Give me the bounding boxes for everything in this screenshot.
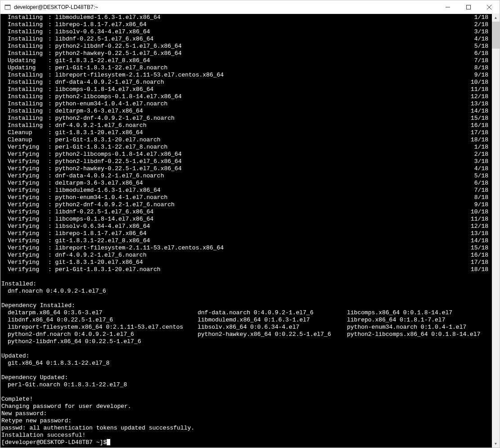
action-label: Verifying xyxy=(8,144,48,151)
action-label: Cleanup xyxy=(8,136,48,144)
package-name: : git-1.8.3.1-22.el7_8.x86_64 xyxy=(48,237,469,244)
dependency-row: libdnf.x86_64 0:0.22.5-1.el7_6libmodulem… xyxy=(0,317,492,324)
action-label: Installing xyxy=(8,14,48,21)
dep-package: python2-dnf.noarch 0:4.0.9.2-1.el7_6 xyxy=(8,331,198,338)
section-header: Dependency Updated: xyxy=(0,374,492,381)
scrollbar[interactable]: ▲ ▼ xyxy=(492,14,500,448)
action-label: Installing xyxy=(8,79,48,86)
progress-count: 18/18 xyxy=(469,136,492,144)
output-line: Installing: dnf-4.0.9.2-1.el7_6.noarch16… xyxy=(0,122,492,129)
output-line: Installing: libsolv-0.6.34-4.el7.x86_643… xyxy=(0,28,492,36)
terminal-output[interactable]: Installing: libmodulemd-1.6.3-1.el7.x86_… xyxy=(0,14,492,448)
prompt-line[interactable]: [developer@DESKTOP-LD48TB7 ~]$ xyxy=(0,439,492,446)
package-name: : python2-dnf-4.0.9.2-1.el7_6.noarch xyxy=(48,201,469,208)
dep-package: libreport-filesystem.x86_64 0:2.1.11-53.… xyxy=(8,324,198,331)
minimize-button[interactable] xyxy=(437,0,458,14)
dep-package: python2-libcomps.x86_64 0:0.1.8-14.el7 xyxy=(347,331,492,338)
output-line: Installing: libmodulemd-1.6.3-1.el7.x86_… xyxy=(0,14,492,21)
maximize-button[interactable] xyxy=(458,0,479,14)
progress-count: 11/18 xyxy=(469,216,492,223)
dependency-row: python2-dnf.noarch 0:4.0.9.2-1.el7_6pyth… xyxy=(0,331,492,338)
progress-count: 7/18 xyxy=(469,57,492,64)
output-line: Verifying: python-enum34-1.0.4-1.el7.noa… xyxy=(0,194,492,201)
package-name: : python2-hawkey-0.22.5-1.el7_6.x86_64 xyxy=(48,50,469,57)
package-name: : python2-libcomps-0.1.8-14.el7.x86_64 xyxy=(48,151,469,158)
package-name: : python2-hawkey-0.22.5-1.el7_6.x86_64 xyxy=(48,165,469,172)
output-line: Cleanup: perl-Git-1.8.3.1-20.el7.noarch1… xyxy=(0,136,492,144)
package-name: : python-enum34-1.0.4-1.el7.noarch xyxy=(48,100,469,108)
dep-package xyxy=(198,338,347,345)
package-name: : dnf-4.0.9.2-1.el7_6.noarch xyxy=(48,252,469,259)
package-name: : libcomps-0.1.8-14.el7.x86_64 xyxy=(48,216,469,223)
output-line: Verifying: dnf-data-4.0.9.2-1.el7_6.noar… xyxy=(0,172,492,180)
progress-count: 6/18 xyxy=(469,50,492,57)
package-name: : git-1.8.3.1-20.el7.x86_64 xyxy=(48,259,469,266)
output-line: Complete! xyxy=(0,396,492,403)
package-name: : deltarpm-3.6-3.el7.x86_64 xyxy=(48,108,469,115)
installed-package: dnf.noarch 0:4.0.9.2-1.el7_6 xyxy=(0,288,492,295)
action-label: Verifying xyxy=(8,216,48,223)
progress-count: 7/18 xyxy=(469,187,492,194)
close-button[interactable] xyxy=(479,0,500,14)
progress-count: 1/18 xyxy=(469,144,492,151)
window-title: developer@DESKTOP-LD48TB7:~ xyxy=(14,4,437,10)
package-name: : libmodulemd-1.6.3-1.el7.x86_64 xyxy=(48,14,469,21)
progress-count: 2/18 xyxy=(469,21,492,28)
output-line: New password: xyxy=(0,410,492,417)
action-label: Verifying xyxy=(8,172,48,180)
action-label: Verifying xyxy=(8,158,48,165)
progress-count: 5/18 xyxy=(469,172,492,180)
action-label: Verifying xyxy=(8,230,48,237)
progress-count: 3/18 xyxy=(469,28,492,36)
progress-count: 10/18 xyxy=(469,208,492,216)
progress-count: 4/18 xyxy=(469,165,492,172)
progress-count: 15/18 xyxy=(469,115,492,122)
output-line: Installing: python2-hawkey-0.22.5-1.el7_… xyxy=(0,50,492,57)
action-label: Installing xyxy=(8,86,48,93)
output-line: Verifying: libmodulemd-1.6.3-1.el7.x86_6… xyxy=(0,187,492,194)
output-line: Verifying: dnf-4.0.9.2-1.el7_6.noarch16/… xyxy=(0,252,492,259)
action-label: Verifying xyxy=(8,151,48,158)
svg-rect-3 xyxy=(467,5,471,9)
svg-rect-1 xyxy=(5,5,10,6)
action-label: Verifying xyxy=(8,252,48,259)
dep-package: libsolv.x86_64 0:0.6.34-4.el7 xyxy=(198,324,347,331)
action-label: Verifying xyxy=(8,237,48,244)
progress-count: 13/18 xyxy=(469,100,492,108)
dep-package: deltarpm.x86_64 0:3.6-3.el7 xyxy=(8,309,198,317)
action-label: Verifying xyxy=(8,165,48,172)
package-name: : libreport-filesystem-2.1.11-53.el7.cen… xyxy=(48,244,469,252)
package-name: : perl-Git-1.8.3.1-22.el7_8.noarch xyxy=(48,64,469,72)
output-line: Verifying: python2-hawkey-0.22.5-1.el7_6… xyxy=(0,165,492,172)
dependency-row: python2-libdnf.x86_64 0:0.22.5-1.el7_6 xyxy=(0,338,492,345)
package-name: : perl-Git-1.8.3.1-22.el7_8.noarch xyxy=(48,144,469,151)
output-line: Verifying: perl-Git-1.8.3.1-20.el7.noarc… xyxy=(0,266,492,273)
section-header: Updated: xyxy=(0,353,492,360)
output-line: Installing: python2-libcomps-0.1.8-14.el… xyxy=(0,93,492,100)
progress-count: 8/18 xyxy=(469,194,492,201)
output-line: Verifying: git-1.8.3.1-22.el7_8.x86_6414… xyxy=(0,237,492,244)
action-label: Verifying xyxy=(8,223,48,230)
output-line: Verifying: git-1.8.3.1-20.el7.x86_6417/1… xyxy=(0,259,492,266)
package-name: : libsolv-0.6.34-4.el7.x86_64 xyxy=(48,28,469,36)
dep-package: python-enum34.noarch 0:1.0.4-1.el7 xyxy=(347,324,492,331)
scroll-thumb[interactable] xyxy=(492,22,500,49)
action-label: Cleanup xyxy=(8,129,48,136)
progress-count: 3/18 xyxy=(469,158,492,165)
section-header: Dependency Installed: xyxy=(0,302,492,309)
package-name: : dnf-4.0.9.2-1.el7_6.noarch xyxy=(48,122,469,129)
progress-count: 14/18 xyxy=(469,108,492,115)
action-label: Verifying xyxy=(8,259,48,266)
package-name: : python2-libdnf-0.22.5-1.el7_6.x86_64 xyxy=(48,43,469,50)
scroll-track[interactable] xyxy=(492,22,500,440)
scroll-down-arrow[interactable]: ▼ xyxy=(492,440,500,448)
action-label: Updating xyxy=(8,64,48,72)
output-line: Installing: dnf-data-4.0.9.2-1.el7_6.noa… xyxy=(0,79,492,86)
output-line: Installing: librepo-1.8.1-7.el7.x86_642/… xyxy=(0,21,492,28)
scroll-up-arrow[interactable]: ▲ xyxy=(492,14,500,22)
output-line: Verifying: libreport-filesystem-2.1.11-5… xyxy=(0,244,492,252)
package-name: : python-enum34-1.0.4-1.el7.noarch xyxy=(48,194,469,201)
dep-package xyxy=(347,338,492,345)
output-line: Installing: deltarpm-3.6-3.el7.x86_6414/… xyxy=(0,108,492,115)
package-name: : libdnf-0.22.5-1.el7_6.x86_64 xyxy=(48,208,469,216)
